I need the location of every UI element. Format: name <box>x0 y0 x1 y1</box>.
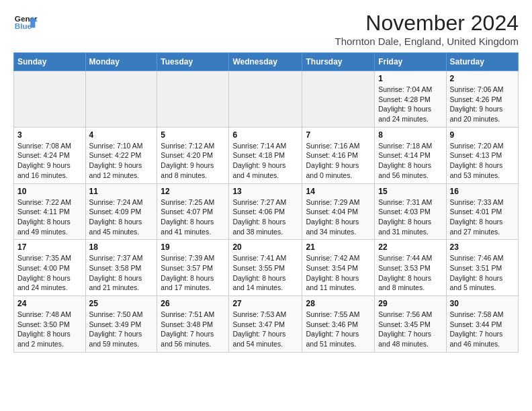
day-number: 5 <box>161 130 225 140</box>
calendar-cell: 21Sunrise: 7:42 AM Sunset: 3:54 PM Dayli… <box>302 240 375 296</box>
day-info: Sunrise: 7:12 AM Sunset: 4:20 PM Dayligh… <box>161 141 225 181</box>
calendar-day-header: Sunday <box>14 53 86 71</box>
calendar-day-header: Tuesday <box>157 53 229 71</box>
day-number: 27 <box>232 299 298 308</box>
calendar-cell: 11Sunrise: 7:24 AM Sunset: 4:09 PM Dayli… <box>85 183 157 240</box>
calendar-day-header: Thursday <box>302 53 375 71</box>
day-number: 6 <box>232 130 298 140</box>
calendar-cell: 25Sunrise: 7:50 AM Sunset: 3:49 PM Dayli… <box>85 296 157 353</box>
day-info: Sunrise: 7:24 AM Sunset: 4:09 PM Dayligh… <box>89 197 154 237</box>
logo: General Blue <box>13 11 38 35</box>
day-number: 3 <box>17 130 82 140</box>
calendar-cell: 6Sunrise: 7:14 AM Sunset: 4:18 PM Daylig… <box>229 127 302 183</box>
calendar-cell: 9Sunrise: 7:20 AM Sunset: 4:13 PM Daylig… <box>446 127 519 183</box>
day-number: 23 <box>450 242 515 252</box>
day-info: Sunrise: 7:20 AM Sunset: 4:13 PM Dayligh… <box>450 141 515 181</box>
day-number: 24 <box>17 299 82 308</box>
day-info: Sunrise: 7:22 AM Sunset: 4:11 PM Dayligh… <box>17 197 82 237</box>
day-number: 4 <box>89 130 154 140</box>
day-info: Sunrise: 7:50 AM Sunset: 3:49 PM Dayligh… <box>89 310 154 349</box>
day-info: Sunrise: 7:35 AM Sunset: 4:00 PM Dayligh… <box>17 253 82 293</box>
calendar-cell: 24Sunrise: 7:48 AM Sunset: 3:50 PM Dayli… <box>14 296 86 353</box>
day-info: Sunrise: 7:55 AM Sunset: 3:46 PM Dayligh… <box>306 310 371 349</box>
header: General Blue November 2024 Thornton Dale… <box>13 11 519 47</box>
calendar-cell: 12Sunrise: 7:25 AM Sunset: 4:07 PM Dayli… <box>157 183 229 240</box>
location: Thornton Dale, England, United Kingdom <box>335 36 519 47</box>
calendar-cell: 10Sunrise: 7:22 AM Sunset: 4:11 PM Dayli… <box>14 183 86 240</box>
calendar-cell: 8Sunrise: 7:18 AM Sunset: 4:14 PM Daylig… <box>375 127 446 183</box>
day-info: Sunrise: 7:04 AM Sunset: 4:28 PM Dayligh… <box>378 85 442 124</box>
day-number: 1 <box>378 74 442 83</box>
calendar-cell: 29Sunrise: 7:56 AM Sunset: 3:45 PM Dayli… <box>375 296 446 353</box>
svg-text:Blue: Blue <box>15 21 32 30</box>
calendar-cell: 3Sunrise: 7:08 AM Sunset: 4:24 PM Daylig… <box>14 127 86 183</box>
day-number: 11 <box>89 187 154 196</box>
calendar-cell: 1Sunrise: 7:04 AM Sunset: 4:28 PM Daylig… <box>375 71 446 128</box>
day-info: Sunrise: 7:53 AM Sunset: 3:47 PM Dayligh… <box>232 310 298 349</box>
calendar: SundayMondayTuesdayWednesdayThursdayFrid… <box>13 52 519 353</box>
day-info: Sunrise: 7:58 AM Sunset: 3:44 PM Dayligh… <box>450 310 515 349</box>
calendar-cell: 13Sunrise: 7:27 AM Sunset: 4:06 PM Dayli… <box>229 183 302 240</box>
day-info: Sunrise: 7:39 AM Sunset: 3:57 PM Dayligh… <box>161 253 225 293</box>
day-info: Sunrise: 7:31 AM Sunset: 4:03 PM Dayligh… <box>378 197 442 237</box>
calendar-cell: 14Sunrise: 7:29 AM Sunset: 4:04 PM Dayli… <box>302 183 375 240</box>
calendar-day-header: Friday <box>375 53 446 71</box>
title-area: November 2024 Thornton Dale, England, Un… <box>335 11 519 47</box>
day-number: 14 <box>306 187 371 196</box>
calendar-body: 1Sunrise: 7:04 AM Sunset: 4:28 PM Daylig… <box>14 71 519 353</box>
day-info: Sunrise: 7:48 AM Sunset: 3:50 PM Dayligh… <box>17 310 82 349</box>
calendar-cell: 2Sunrise: 7:06 AM Sunset: 4:26 PM Daylig… <box>446 71 519 128</box>
calendar-cell: 19Sunrise: 7:39 AM Sunset: 3:57 PM Dayli… <box>157 240 229 296</box>
day-info: Sunrise: 7:08 AM Sunset: 4:24 PM Dayligh… <box>17 141 82 181</box>
calendar-cell <box>14 71 86 128</box>
day-info: Sunrise: 7:42 AM Sunset: 3:54 PM Dayligh… <box>306 253 371 293</box>
day-number: 20 <box>232 242 298 252</box>
day-info: Sunrise: 7:06 AM Sunset: 4:26 PM Dayligh… <box>450 85 515 124</box>
day-number: 30 <box>450 299 515 308</box>
day-info: Sunrise: 7:56 AM Sunset: 3:45 PM Dayligh… <box>378 310 442 349</box>
day-info: Sunrise: 7:14 AM Sunset: 4:18 PM Dayligh… <box>232 141 298 181</box>
month-title: November 2024 <box>335 11 519 36</box>
logo-icon: General Blue <box>13 11 38 35</box>
day-info: Sunrise: 7:25 AM Sunset: 4:07 PM Dayligh… <box>161 197 225 237</box>
day-number: 16 <box>450 187 515 196</box>
calendar-cell: 17Sunrise: 7:35 AM Sunset: 4:00 PM Dayli… <box>14 240 86 296</box>
calendar-day-header: Monday <box>85 53 157 71</box>
calendar-cell: 16Sunrise: 7:33 AM Sunset: 4:01 PM Dayli… <box>446 183 519 240</box>
day-number: 12 <box>161 187 225 196</box>
day-number: 2 <box>450 74 515 83</box>
day-info: Sunrise: 7:41 AM Sunset: 3:55 PM Dayligh… <box>232 253 298 293</box>
calendar-day-header: Wednesday <box>229 53 302 71</box>
day-number: 29 <box>378 299 442 308</box>
day-number: 9 <box>450 130 515 140</box>
calendar-cell: 15Sunrise: 7:31 AM Sunset: 4:03 PM Dayli… <box>375 183 446 240</box>
calendar-day-header: Saturday <box>446 53 519 71</box>
day-info: Sunrise: 7:46 AM Sunset: 3:51 PM Dayligh… <box>450 253 515 293</box>
day-info: Sunrise: 7:44 AM Sunset: 3:53 PM Dayligh… <box>378 253 442 293</box>
calendar-header-row: SundayMondayTuesdayWednesdayThursdayFrid… <box>14 53 519 71</box>
calendar-week-row: 3Sunrise: 7:08 AM Sunset: 4:24 PM Daylig… <box>14 127 519 183</box>
day-number: 7 <box>306 130 371 140</box>
day-info: Sunrise: 7:29 AM Sunset: 4:04 PM Dayligh… <box>306 197 371 237</box>
day-number: 13 <box>232 187 298 196</box>
day-number: 18 <box>89 242 154 252</box>
calendar-week-row: 1Sunrise: 7:04 AM Sunset: 4:28 PM Daylig… <box>14 71 519 128</box>
calendar-cell <box>302 71 375 128</box>
calendar-cell <box>157 71 229 128</box>
day-number: 22 <box>378 242 442 252</box>
calendar-cell: 5Sunrise: 7:12 AM Sunset: 4:20 PM Daylig… <box>157 127 229 183</box>
calendar-week-row: 10Sunrise: 7:22 AM Sunset: 4:11 PM Dayli… <box>14 183 519 240</box>
calendar-week-row: 17Sunrise: 7:35 AM Sunset: 4:00 PM Dayli… <box>14 240 519 296</box>
day-number: 28 <box>306 299 371 308</box>
calendar-cell: 26Sunrise: 7:51 AM Sunset: 3:48 PM Dayli… <box>157 296 229 353</box>
day-number: 26 <box>161 299 225 308</box>
calendar-cell: 18Sunrise: 7:37 AM Sunset: 3:58 PM Dayli… <box>85 240 157 296</box>
day-number: 17 <box>17 242 82 252</box>
day-info: Sunrise: 7:33 AM Sunset: 4:01 PM Dayligh… <box>450 197 515 237</box>
calendar-cell: 23Sunrise: 7:46 AM Sunset: 3:51 PM Dayli… <box>446 240 519 296</box>
day-number: 15 <box>378 187 442 196</box>
day-number: 8 <box>378 130 442 140</box>
day-info: Sunrise: 7:10 AM Sunset: 4:22 PM Dayligh… <box>89 141 154 181</box>
calendar-cell: 22Sunrise: 7:44 AM Sunset: 3:53 PM Dayli… <box>375 240 446 296</box>
calendar-cell: 4Sunrise: 7:10 AM Sunset: 4:22 PM Daylig… <box>85 127 157 183</box>
